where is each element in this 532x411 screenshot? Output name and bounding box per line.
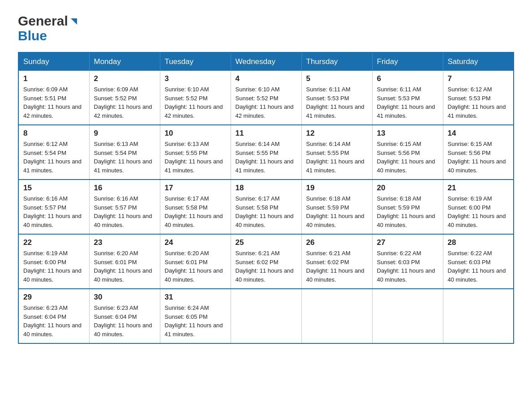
- day-cell-7: 7Sunrise: 6:12 AMSunset: 5:53 PMDaylight…: [443, 71, 514, 125]
- day-number: 3: [165, 74, 226, 83]
- day-info: Sunrise: 6:23 AMSunset: 6:04 PMDaylight:…: [23, 304, 82, 338]
- empty-cell: [372, 289, 443, 343]
- day-number: 18: [236, 184, 297, 193]
- day-info: Sunrise: 6:11 AMSunset: 5:53 PMDaylight:…: [306, 86, 365, 119]
- day-cell-10: 10Sunrise: 6:13 AMSunset: 5:55 PMDayligh…: [160, 125, 231, 180]
- day-cell-5: 5Sunrise: 6:11 AMSunset: 5:53 PMDaylight…: [301, 71, 372, 125]
- day-info: Sunrise: 6:13 AMSunset: 5:54 PMDaylight:…: [94, 141, 152, 174]
- empty-cell: [443, 289, 514, 343]
- logo: General Blue: [18, 13, 79, 43]
- day-cell-2: 2Sunrise: 6:09 AMSunset: 5:52 PMDaylight…: [89, 71, 160, 125]
- day-cell-8: 8Sunrise: 6:12 AMSunset: 5:54 PMDaylight…: [18, 125, 89, 180]
- logo-blue-text: Blue: [18, 28, 79, 43]
- day-number: 27: [377, 238, 438, 247]
- day-info: Sunrise: 6:20 AMSunset: 6:01 PMDaylight:…: [94, 250, 152, 283]
- page-header: General Blue: [18, 13, 514, 43]
- header-day-wednesday: Wednesday: [231, 52, 301, 71]
- day-number: 13: [377, 129, 438, 138]
- day-info: Sunrise: 6:21 AMSunset: 6:02 PMDaylight:…: [306, 250, 365, 283]
- day-number: 25: [236, 238, 297, 247]
- day-cell-21: 21Sunrise: 6:19 AMSunset: 6:00 PMDayligh…: [443, 180, 514, 234]
- day-info: Sunrise: 6:17 AMSunset: 5:58 PMDaylight:…: [236, 195, 294, 228]
- day-number: 19: [306, 184, 368, 193]
- day-info: Sunrise: 6:14 AMSunset: 5:55 PMDaylight:…: [236, 141, 294, 174]
- header-day-sunday: Sunday: [18, 52, 89, 71]
- day-cell-1: 1Sunrise: 6:09 AMSunset: 5:51 PMDaylight…: [18, 71, 89, 125]
- day-info: Sunrise: 6:18 AMSunset: 5:59 PMDaylight:…: [377, 195, 435, 228]
- day-number: 17: [165, 184, 226, 193]
- day-info: Sunrise: 6:15 AMSunset: 5:56 PMDaylight:…: [448, 141, 506, 174]
- day-info: Sunrise: 6:21 AMSunset: 6:02 PMDaylight:…: [236, 250, 294, 283]
- day-number: 10: [165, 129, 226, 138]
- day-info: Sunrise: 6:12 AMSunset: 5:54 PMDaylight:…: [23, 141, 82, 174]
- day-info: Sunrise: 6:13 AMSunset: 5:55 PMDaylight:…: [165, 141, 223, 174]
- day-number: 6: [377, 74, 438, 83]
- day-info: Sunrise: 6:19 AMSunset: 6:00 PMDaylight:…: [23, 250, 82, 283]
- day-cell-3: 3Sunrise: 6:10 AMSunset: 5:52 PMDaylight…: [160, 71, 231, 125]
- day-number: 1: [23, 74, 85, 83]
- day-info: Sunrise: 6:22 AMSunset: 6:03 PMDaylight:…: [448, 250, 506, 283]
- day-number: 23: [94, 238, 155, 247]
- week-row-5: 29Sunrise: 6:23 AMSunset: 6:04 PMDayligh…: [18, 289, 514, 343]
- header-day-saturday: Saturday: [443, 52, 514, 71]
- empty-cell: [301, 289, 372, 343]
- day-cell-24: 24Sunrise: 6:20 AMSunset: 6:01 PMDayligh…: [160, 234, 231, 289]
- day-cell-22: 22Sunrise: 6:19 AMSunset: 6:00 PMDayligh…: [18, 234, 89, 289]
- day-cell-13: 13Sunrise: 6:15 AMSunset: 5:56 PMDayligh…: [372, 125, 443, 180]
- day-cell-12: 12Sunrise: 6:14 AMSunset: 5:55 PMDayligh…: [301, 125, 372, 180]
- day-info: Sunrise: 6:22 AMSunset: 6:03 PMDaylight:…: [377, 250, 435, 283]
- day-number: 5: [306, 74, 368, 83]
- logo-general-text: General: [18, 13, 68, 28]
- day-cell-31: 31Sunrise: 6:24 AMSunset: 6:05 PMDayligh…: [160, 289, 231, 343]
- day-cell-27: 27Sunrise: 6:22 AMSunset: 6:03 PMDayligh…: [372, 234, 443, 289]
- day-number: 29: [23, 293, 85, 302]
- day-number: 2: [94, 74, 155, 83]
- day-number: 24: [165, 238, 226, 247]
- header-day-thursday: Thursday: [301, 52, 372, 71]
- svg-marker-0: [71, 18, 77, 25]
- day-info: Sunrise: 6:16 AMSunset: 5:57 PMDaylight:…: [23, 195, 82, 228]
- day-number: 28: [448, 238, 509, 247]
- day-number: 9: [94, 129, 155, 138]
- day-number: 16: [94, 184, 155, 193]
- day-info: Sunrise: 6:16 AMSunset: 5:57 PMDaylight:…: [94, 195, 152, 228]
- day-info: Sunrise: 6:09 AMSunset: 5:51 PMDaylight:…: [23, 86, 82, 119]
- week-row-1: 1Sunrise: 6:09 AMSunset: 5:51 PMDaylight…: [18, 71, 514, 125]
- day-number: 15: [23, 184, 85, 193]
- day-cell-23: 23Sunrise: 6:20 AMSunset: 6:01 PMDayligh…: [89, 234, 160, 289]
- day-cell-29: 29Sunrise: 6:23 AMSunset: 6:04 PMDayligh…: [18, 289, 89, 343]
- day-number: 4: [236, 74, 297, 83]
- header-day-monday: Monday: [89, 52, 160, 71]
- day-info: Sunrise: 6:14 AMSunset: 5:55 PMDaylight:…: [306, 141, 365, 174]
- week-row-4: 22Sunrise: 6:19 AMSunset: 6:00 PMDayligh…: [18, 234, 514, 289]
- header-day-tuesday: Tuesday: [160, 52, 231, 71]
- day-info: Sunrise: 6:17 AMSunset: 5:58 PMDaylight:…: [165, 195, 223, 228]
- day-number: 30: [94, 293, 155, 302]
- header-row: SundayMondayTuesdayWednesdayThursdayFrid…: [18, 52, 514, 71]
- day-cell-18: 18Sunrise: 6:17 AMSunset: 5:58 PMDayligh…: [231, 180, 301, 234]
- logo-triangle-icon: [69, 17, 79, 26]
- day-cell-28: 28Sunrise: 6:22 AMSunset: 6:03 PMDayligh…: [443, 234, 514, 289]
- day-cell-20: 20Sunrise: 6:18 AMSunset: 5:59 PMDayligh…: [372, 180, 443, 234]
- day-info: Sunrise: 6:11 AMSunset: 5:53 PMDaylight:…: [377, 86, 435, 119]
- day-info: Sunrise: 6:09 AMSunset: 5:52 PMDaylight:…: [94, 86, 152, 119]
- day-number: 26: [306, 238, 368, 247]
- day-cell-11: 11Sunrise: 6:14 AMSunset: 5:55 PMDayligh…: [231, 125, 301, 180]
- day-cell-19: 19Sunrise: 6:18 AMSunset: 5:59 PMDayligh…: [301, 180, 372, 234]
- day-cell-15: 15Sunrise: 6:16 AMSunset: 5:57 PMDayligh…: [18, 180, 89, 234]
- day-number: 11: [236, 129, 297, 138]
- day-info: Sunrise: 6:20 AMSunset: 6:01 PMDaylight:…: [165, 250, 223, 283]
- week-row-3: 15Sunrise: 6:16 AMSunset: 5:57 PMDayligh…: [18, 180, 514, 234]
- day-number: 14: [448, 129, 509, 138]
- day-info: Sunrise: 6:15 AMSunset: 5:56 PMDaylight:…: [377, 141, 435, 174]
- calendar-table: SundayMondayTuesdayWednesdayThursdayFrid…: [18, 52, 514, 344]
- week-row-2: 8Sunrise: 6:12 AMSunset: 5:54 PMDaylight…: [18, 125, 514, 180]
- day-cell-16: 16Sunrise: 6:16 AMSunset: 5:57 PMDayligh…: [89, 180, 160, 234]
- day-info: Sunrise: 6:24 AMSunset: 6:05 PMDaylight:…: [165, 304, 223, 338]
- header-day-friday: Friday: [372, 52, 443, 71]
- day-number: 7: [448, 74, 509, 83]
- day-number: 22: [23, 238, 85, 247]
- day-cell-25: 25Sunrise: 6:21 AMSunset: 6:02 PMDayligh…: [231, 234, 301, 289]
- day-info: Sunrise: 6:18 AMSunset: 5:59 PMDaylight:…: [306, 195, 365, 228]
- day-cell-30: 30Sunrise: 6:23 AMSunset: 6:04 PMDayligh…: [89, 289, 160, 343]
